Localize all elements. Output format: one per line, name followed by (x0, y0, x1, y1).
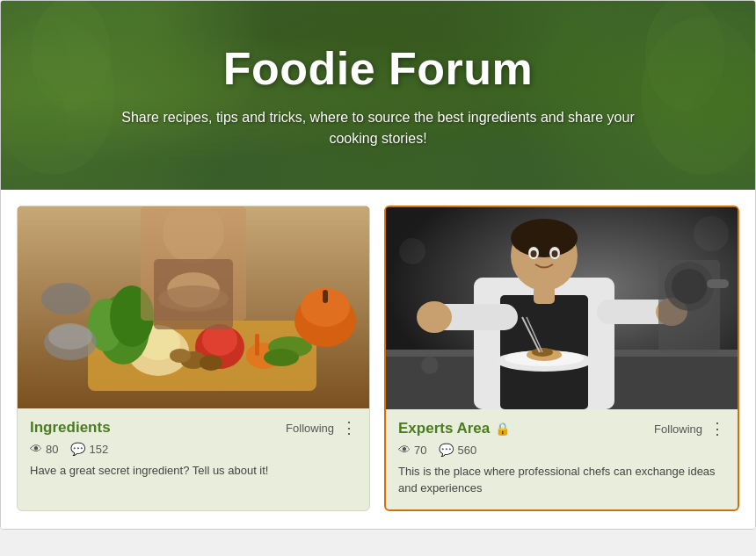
svg-point-23 (170, 349, 191, 363)
following-badge-ingredients: Following (286, 422, 334, 435)
comments-stat-ingredients: 💬 152 (70, 442, 108, 456)
svg-point-68 (421, 357, 439, 374)
card-stats-ingredients: 👁 80 💬 152 (30, 442, 357, 456)
cards-section: Ingredients Following ⋮ 👁 80 💬 152 (1, 190, 755, 529)
card-experts-area: Experts Area 🔒 Following ⋮ 👁 70 💬 (384, 206, 739, 511)
card-header-experts: Experts Area 🔒 Following ⋮ (398, 420, 725, 437)
comments-count-ingredients: 152 (89, 443, 108, 456)
views-stat-ingredients: 👁 80 (30, 442, 58, 456)
ingredients-illustration (18, 206, 369, 408)
card-header-right-ingredients: Following ⋮ (286, 420, 357, 436)
card-description-ingredients: Have a great secret ingredient? Tell us … (30, 463, 357, 480)
hero-svg-decor (1, 1, 755, 190)
card-header-ingredients: Ingredients Following ⋮ (30, 419, 357, 437)
hero-section: Foodie Forum Share recipes, tips and tri… (1, 1, 755, 190)
views-count-ingredients: 80 (46, 443, 58, 456)
comments-stat-experts: 💬 560 (439, 443, 476, 457)
lock-icon-experts: 🔒 (495, 422, 510, 436)
comments-count-experts: 560 (457, 444, 476, 457)
comment-icon-ingredients: 💬 (70, 442, 85, 456)
eye-icon-ingredients: 👁 (30, 442, 42, 456)
svg-point-46 (511, 219, 578, 257)
svg-rect-51 (534, 286, 555, 304)
svg-rect-32 (323, 290, 328, 303)
card-body-experts: Experts Area 🔒 Following ⋮ 👁 70 💬 (386, 409, 738, 509)
chef-illustration (386, 207, 738, 409)
views-count-experts: 70 (414, 444, 426, 457)
card-header-right-experts: Following ⋮ (654, 421, 725, 437)
hero-title: Foodie Forum (223, 42, 534, 95)
svg-point-24 (200, 355, 222, 371)
card-title-ingredients: Ingredients (30, 419, 111, 437)
more-menu-experts[interactable]: ⋮ (709, 421, 725, 437)
svg-point-29 (41, 283, 91, 314)
svg-point-66 (399, 238, 425, 264)
card-body-ingredients: Ingredients Following ⋮ 👁 80 💬 152 (18, 408, 369, 492)
svg-rect-65 (707, 279, 729, 288)
svg-point-53 (417, 301, 452, 333)
svg-rect-21 (255, 334, 259, 356)
views-stat-experts: 👁 70 (398, 443, 426, 457)
card-image-experts (386, 207, 738, 409)
card-ingredients: Ingredients Following ⋮ 👁 80 💬 152 (17, 206, 370, 511)
experts-title-text: Experts Area (398, 420, 490, 437)
svg-point-49 (531, 250, 537, 257)
card-image-ingredients (18, 206, 369, 408)
hero-subtitle: Share recipes, tips and tricks, where to… (114, 107, 642, 149)
eye-icon-experts: 👁 (398, 443, 411, 457)
more-menu-ingredients[interactable]: ⋮ (341, 420, 357, 436)
card-stats-experts: 👁 70 💬 560 (398, 443, 725, 457)
card-title-experts: Experts Area 🔒 (398, 420, 510, 437)
svg-point-28 (48, 323, 92, 350)
svg-point-37 (158, 285, 229, 312)
page-wrapper: Foodie Forum Share recipes, tips and tri… (0, 0, 756, 530)
svg-point-26 (264, 349, 299, 366)
comment-icon-experts: 💬 (439, 443, 454, 457)
following-badge-experts: Following (654, 422, 702, 436)
svg-point-50 (552, 250, 558, 257)
card-description-experts: This is the place where professional che… (398, 464, 725, 497)
svg-point-64 (672, 269, 707, 304)
ingredients-title-text: Ingredients (30, 419, 111, 437)
svg-point-67 (694, 216, 729, 251)
